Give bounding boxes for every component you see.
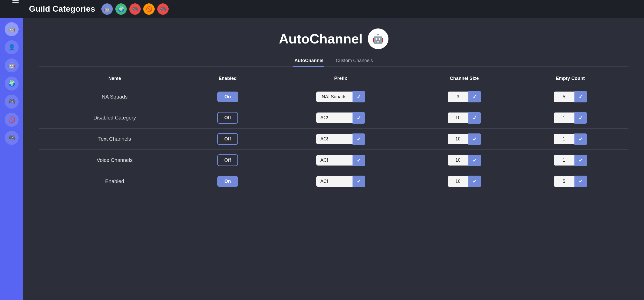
channel-size-input[interactable]	[448, 176, 468, 187]
empty-count-confirm-button[interactable]	[574, 112, 587, 124]
guild-icon-planet-express[interactable]: 🌍	[115, 3, 127, 15]
sidebar-item-bot[interactable]: 🤖	[5, 22, 19, 36]
channel-size-confirm-button[interactable]	[468, 112, 481, 124]
row-prefix	[270, 133, 411, 145]
prefix-input[interactable]	[316, 113, 353, 123]
toggle-on-button[interactable]: On	[217, 176, 238, 187]
toggle-off-button[interactable]: Off	[217, 133, 238, 145]
prefix-input[interactable]	[316, 176, 353, 187]
row-enabled: Off	[185, 112, 270, 124]
checkmark-icon	[579, 94, 583, 100]
sidebar-item-bot2[interactable]: 🤖	[5, 58, 19, 72]
sidebar-item-flag[interactable]: 🚫	[5, 113, 19, 127]
col-prefix: Prefix	[270, 76, 411, 81]
table-row: Voice ChannelsOff	[39, 150, 628, 171]
sidebar-item-discord1[interactable]: 🎮	[5, 95, 19, 109]
sidebar-item-discord2[interactable]: 🎮	[5, 131, 19, 145]
toggle-off-button[interactable]: Off	[217, 154, 238, 166]
checkmark-icon	[579, 115, 583, 121]
empty-count-confirm-button[interactable]	[574, 176, 587, 187]
guild-icon-florida-flag[interactable]: 🚫	[143, 3, 155, 15]
checkmark-icon	[357, 115, 361, 121]
empty-count-input[interactable]	[554, 176, 574, 187]
prefix-input[interactable]	[316, 92, 353, 102]
empty-count-input-group	[554, 112, 587, 124]
channel-size-confirm-button[interactable]	[468, 155, 481, 166]
toggle-on-button[interactable]: On	[217, 92, 238, 102]
channel-size-input-group	[448, 112, 481, 124]
tab-custom-channels[interactable]: Custom Channels	[335, 55, 374, 67]
prefix-confirm-button[interactable]	[353, 176, 365, 187]
toggle-off-button[interactable]: Off	[217, 112, 238, 124]
row-prefix	[270, 91, 411, 102]
sidebar-item-planet[interactable]: 🌍	[5, 77, 19, 91]
empty-count-confirm-button[interactable]	[574, 91, 587, 102]
guild-icon-discord-red-1[interactable]: 🎮	[129, 3, 141, 15]
page-title: Guild Categories	[29, 4, 95, 14]
app-header: AutoChannel 🤖	[39, 28, 628, 49]
empty-count-input-group	[554, 176, 587, 187]
prefix-input-group	[316, 155, 365, 166]
empty-count-input-group	[554, 91, 587, 102]
table-row: Disabled CategoryOff	[39, 107, 628, 129]
empty-count-input[interactable]	[554, 155, 574, 166]
col-name: Name	[44, 76, 185, 81]
channel-size-input-group	[448, 91, 481, 102]
sidebar: 🤖👤🤖🌍🎮🚫🎮	[0, 18, 23, 300]
channel-size-input[interactable]	[448, 134, 468, 144]
guild-icons: 🤖🌍🎮🚫🎮	[101, 3, 169, 15]
prefix-input-group	[316, 176, 365, 187]
empty-count-input-group	[554, 155, 587, 166]
empty-count-confirm-button[interactable]	[574, 133, 587, 145]
row-prefix	[270, 176, 411, 187]
channel-size-confirm-button[interactable]	[468, 133, 481, 145]
empty-count-input[interactable]	[554, 134, 574, 144]
prefix-input-group	[316, 91, 365, 102]
checkmark-icon	[579, 136, 583, 142]
row-enabled: Off	[185, 154, 270, 166]
prefix-input-group	[316, 112, 365, 124]
checkmark-icon	[473, 157, 477, 163]
channel-size-input-group	[448, 133, 481, 145]
checkmark-icon	[357, 178, 361, 184]
prefix-confirm-button[interactable]	[353, 91, 365, 102]
channel-size-input[interactable]	[448, 92, 468, 102]
row-channel-size	[411, 91, 517, 102]
hamburger-menu[interactable]	[6, 0, 25, 18]
guild-icon-bot-main[interactable]: 🤖	[101, 3, 113, 15]
row-prefix	[270, 112, 411, 124]
prefix-confirm-button[interactable]	[353, 155, 365, 166]
prefix-input[interactable]	[316, 155, 353, 166]
table-row: EnabledOn	[39, 171, 628, 192]
row-prefix	[270, 155, 411, 166]
col-enabled: Enabled	[185, 76, 270, 81]
channel-size-confirm-button[interactable]	[468, 176, 481, 187]
table-row: NA SquadsOn	[39, 86, 628, 107]
prefix-confirm-button[interactable]	[353, 112, 365, 124]
prefix-confirm-button[interactable]	[353, 133, 365, 145]
data-table: Name Enabled Prefix Channel Size Empty C…	[39, 71, 628, 192]
checkmark-icon	[473, 178, 477, 184]
app-name: AutoChannel	[279, 31, 363, 47]
checkmark-icon	[357, 157, 361, 163]
checkmark-icon	[473, 94, 477, 100]
channel-size-input[interactable]	[448, 155, 468, 166]
main-content: AutoChannel 🤖 AutoChannelCustom Channels…	[23, 18, 644, 300]
table-header: Name Enabled Prefix Channel Size Empty C…	[39, 71, 628, 86]
channel-size-input[interactable]	[448, 113, 468, 123]
empty-count-input-group	[554, 133, 587, 145]
empty-count-input[interactable]	[554, 113, 574, 123]
empty-count-input[interactable]	[554, 92, 574, 102]
guild-icon-discord-red-2[interactable]: 🎮	[157, 3, 169, 15]
sidebar-item-user[interactable]: 👤	[5, 40, 19, 54]
prefix-input[interactable]	[316, 134, 353, 144]
checkmark-icon	[357, 94, 361, 100]
row-enabled: On	[185, 176, 270, 187]
row-name: Enabled	[44, 178, 185, 184]
row-enabled: On	[185, 92, 270, 102]
col-channel-size: Channel Size	[411, 76, 517, 81]
row-empty-count	[517, 155, 623, 166]
tab-autochannel[interactable]: AutoChannel	[293, 55, 324, 67]
channel-size-confirm-button[interactable]	[468, 91, 481, 102]
empty-count-confirm-button[interactable]	[574, 155, 587, 166]
